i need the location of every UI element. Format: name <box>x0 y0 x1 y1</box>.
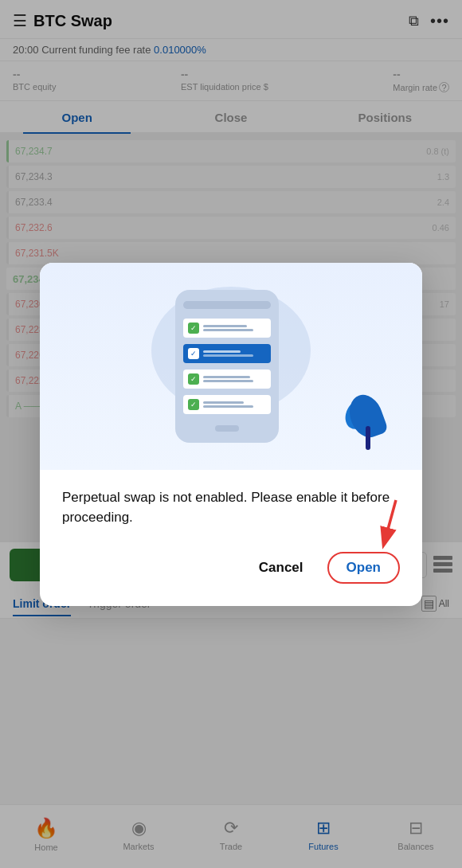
open-button[interactable]: Open <box>327 552 400 584</box>
checkbox-2: ✓ <box>188 348 199 359</box>
modal-overlay[interactable]: ✓ ✓ <box>0 0 462 868</box>
phone-home-btn <box>215 425 239 432</box>
phone-body: ✓ ✓ <box>175 290 279 443</box>
cancel-button[interactable]: Cancel <box>259 560 303 576</box>
modal-body: Perpetual swap is not enabled. Please en… <box>40 470 422 606</box>
phone-row-4: ✓ <box>183 395 271 414</box>
modal-illustration: ✓ ✓ <box>40 263 422 470</box>
plant-stem <box>366 426 370 450</box>
phone-row-3: ✓ <box>183 369 271 389</box>
line-group-2 <box>203 350 266 357</box>
checkbox-3: ✓ <box>188 373 199 385</box>
checkbox-1: ✓ <box>188 323 199 334</box>
phone-illustration: ✓ ✓ <box>175 290 287 443</box>
line-group-3 <box>203 376 266 382</box>
modal-dialog: ✓ ✓ <box>40 263 422 606</box>
phone-row-1: ✓ <box>183 319 271 338</box>
modal-actions: Cancel Open <box>62 552 400 584</box>
phone-row-2: ✓ <box>183 344 271 363</box>
open-btn-wrapper: Open <box>327 552 400 584</box>
line-group-1 <box>203 325 266 331</box>
checkbox-4: ✓ <box>188 399 199 410</box>
modal-message: Perpetual swap is not enabled. Please en… <box>62 487 400 528</box>
phone-notch <box>183 301 271 309</box>
line-group-4 <box>203 401 266 408</box>
